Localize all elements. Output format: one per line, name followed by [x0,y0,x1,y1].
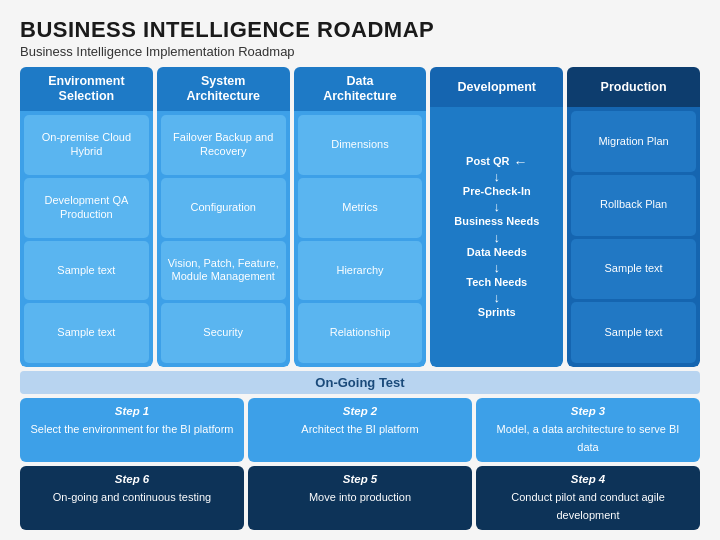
col-prod-body: Migration Plan Rollback Plan Sample text… [567,107,700,367]
list-item: Security [161,303,286,363]
list-item: Failover Backup and Recovery [161,115,286,175]
step-2-desc: Architect the BI platform [301,423,418,435]
col-env-body: On-premise Cloud Hybrid Development QA P… [20,111,153,367]
list-item: Vision, Patch, Feature, Module Managemen… [161,241,286,301]
col-sys-header: SystemArchitecture [157,67,290,111]
steps-area: Step 1 Select the environment for the BI… [20,398,700,530]
arrow-icon: ↓ [494,170,501,183]
dev-flow-item: Sprints [478,304,516,321]
arrow-left-icon: ← [513,154,527,170]
dev-flow-item: Pre-Check-In [463,183,531,200]
step-4-card: Step 4 Conduct pilot and conduct agile d… [476,466,700,530]
ongoing-test-bar: On-Going Test [20,371,700,394]
step-1-label: Step 1 [30,405,234,417]
list-item: Sample text [571,239,696,300]
list-item: Hierarchy [298,241,423,301]
col-data-architecture: DataArchitecture Dimensions Metrics Hier… [294,67,427,367]
col-env-header: EnvironmentSelection [20,67,153,111]
list-item: Development QA Production [24,178,149,238]
list-item: Sample text [24,303,149,363]
dev-flow-item: Data Needs [467,244,527,261]
list-item: Rollback Plan [571,175,696,236]
col-development: Development Post QR ← ↓ Pre-Check-In ↓ B… [430,67,563,367]
dev-flow-item: Business Needs [454,213,539,230]
col-sys-body: Failover Backup and Recovery Configurati… [157,111,290,367]
step-5-label: Step 5 [258,473,462,485]
dev-flow: Post QR ← ↓ Pre-Check-In ↓ Business Need… [434,153,559,321]
col-dev-body: Post QR ← ↓ Pre-Check-In ↓ Business Need… [430,107,563,367]
step-5-card: Step 5 Move into production [248,466,472,530]
step-6-label: Step 6 [30,473,234,485]
list-item: Relationship [298,303,423,363]
col-production: Production Migration Plan Rollback Plan … [567,67,700,367]
list-item: Configuration [161,178,286,238]
col-dev-header: Development [430,67,563,107]
step-4-label: Step 4 [486,473,690,485]
list-item: Sample text [24,241,149,301]
arrow-icon: ↓ [494,291,501,304]
arrow-icon: ↓ [494,231,501,244]
list-item: Sample text [571,302,696,363]
step-1-card: Step 1 Select the environment for the BI… [20,398,244,462]
dev-flow-item: Tech Needs [466,274,527,291]
arrow-icon: ↓ [494,200,501,213]
col-prod-header: Production [567,67,700,107]
list-item: Migration Plan [571,111,696,172]
arrow-icon: ↓ [494,261,501,274]
col-data-header: DataArchitecture [294,67,427,111]
dev-flow-post-qr: Post QR ← [434,153,559,170]
step-6-desc: On-going and continuous testing [53,491,211,503]
title: BUSINESS INTELLIGENCE ROADMAP [20,18,700,42]
list-item: Metrics [298,178,423,238]
step-1-desc: Select the environment for the BI platfo… [31,423,234,435]
list-item: On-premise Cloud Hybrid [24,115,149,175]
step-2-card: Step 2 Architect the BI platform [248,398,472,462]
step-6-card: Step 6 On-going and continuous testing [20,466,244,530]
dev-flow-item: Post QR [466,153,509,170]
step-5-desc: Move into production [309,491,411,503]
columns-area: EnvironmentSelection On-premise Cloud Hy… [20,67,700,367]
list-item: Dimensions [298,115,423,175]
col-data-body: Dimensions Metrics Hierarchy Relationshi… [294,111,427,367]
step-3-card: Step 3 Model, a data architecture to ser… [476,398,700,462]
slide: BUSINESS INTELLIGENCE ROADMAP Business I… [0,0,720,540]
col-environment: EnvironmentSelection On-premise Cloud Hy… [20,67,153,367]
step-4-desc: Conduct pilot and conduct agile developm… [511,491,665,521]
step-3-desc: Model, a data architecture to serve BI d… [497,423,680,453]
step-2-label: Step 2 [258,405,462,417]
subtitle: Business Intelligence Implementation Roa… [20,44,700,59]
col-system-architecture: SystemArchitecture Failover Backup and R… [157,67,290,367]
step-3-label: Step 3 [486,405,690,417]
